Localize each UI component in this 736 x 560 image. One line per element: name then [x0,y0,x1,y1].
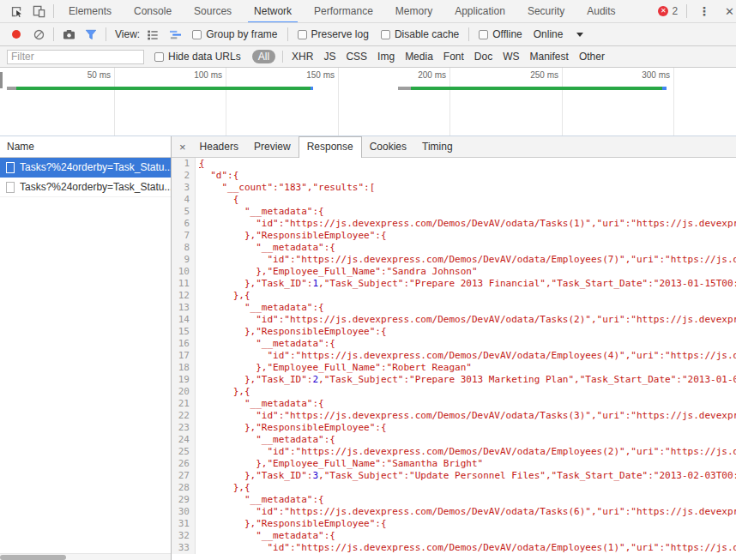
name-column-header[interactable]: Name [0,136,171,158]
code-line: 6 "id":"https://js.devexpress.com/Demos/… [172,218,736,230]
tab-application[interactable]: Application [443,0,516,23]
request-name: Tasks?%24orderby=Task_Statu... [20,181,171,193]
line-number: 9 [172,254,196,266]
tab-performance[interactable]: Performance [303,0,384,23]
preserve-log-checkbox[interactable]: Preserve log [298,28,369,40]
line-number: 24 [172,434,196,446]
tab-sources[interactable]: Sources [183,0,243,23]
line-content: },"Task_ID":3,"Task_Subject":"Update Per… [196,470,736,482]
network-overview[interactable]: 50 ms100 ms150 ms200 ms250 ms300 ms [0,68,736,136]
response-body[interactable]: 1{2 "d":{3 "__count":"183","results":[4 … [172,158,736,560]
request-detail-panel: × HeadersPreviewResponseCookiesTiming 1{… [172,136,736,560]
line-number: 4 [172,194,196,206]
detail-tab-cookies[interactable]: Cookies [362,136,414,158]
line-content: "id":"https://js.devexpress.com/Demos/De… [196,350,736,362]
line-number: 33 [172,542,196,554]
toolbar-divider [53,4,54,18]
filter-type-img[interactable]: Img [372,51,400,63]
json-number: 2 [312,374,318,385]
code-line: 29 "__metadata":{ [172,494,736,506]
code-line: 24 "__metadata":{ [172,434,736,446]
line-content: },"Employee_Full_Name":"Robert Reagan" [196,362,472,374]
code-line: 15 },"ResponsibleEmployee":{ [172,326,736,338]
detail-tab-response[interactable]: Response [299,136,362,158]
overview-gridline [226,68,226,135]
line-content: "__metadata":{ [196,302,324,314]
document-icon [6,182,15,193]
filter-type-media[interactable]: Media [400,51,438,63]
overview-request-bar[interactable] [7,87,313,90]
filter-type-font[interactable]: Font [438,51,469,63]
line-number: 18 [172,362,196,374]
request-row[interactable]: Tasks?%24orderby=Task_Statu... [0,178,171,197]
line-number: 31 [172,518,196,530]
chevron-down-icon[interactable] [576,33,583,37]
devtools-close-button[interactable]: ✕ [718,5,736,18]
code-line: 11 },"Task_ID":1,"Task_Subject":"Prepare… [172,278,736,290]
view-overview-button[interactable] [164,24,186,45]
request-rows: Tasks?%24orderby=Task_Statu...Tasks?%24o… [0,158,171,197]
tab-audits[interactable]: Audits [576,0,626,23]
devtools-menu-button[interactable]: ⋮ [691,4,718,18]
group-by-frame-checkbox[interactable]: Group by frame [192,28,277,40]
capture-screenshots-button[interactable] [57,24,80,45]
detail-tab-strip: HeadersPreviewResponseCookiesTiming [192,136,461,158]
throttling-select[interactable]: Online [534,28,564,40]
filter-type-js[interactable]: JS [318,51,341,63]
code-line: 30 "id":"https://js.devexpress.com/Demos… [172,506,736,518]
disable-cache-checkbox[interactable]: Disable cache [381,28,459,40]
view-list-button[interactable] [142,24,164,45]
device-toolbar-button[interactable] [27,1,50,21]
toolbar-divider [106,27,106,41]
line-number: 6 [172,218,196,230]
detail-tab-headers[interactable]: Headers [192,136,246,158]
close-detail-icon[interactable]: × [173,141,192,154]
offline-checkbox[interactable]: Offline [479,28,522,40]
line-number: 32 [172,530,196,542]
detail-tab-timing[interactable]: Timing [414,136,461,158]
filter-input[interactable] [7,50,144,64]
clear-button[interactable] [27,24,50,45]
filter-type-ws[interactable]: WS [498,51,524,63]
filter-type-manifest[interactable]: Manifest [525,51,574,63]
code-line: 21 "__metadata":{ [172,398,736,410]
detail-tab-preview[interactable]: Preview [246,136,299,158]
clear-icon [33,29,45,40]
checkbox-icon [192,30,202,39]
tab-console[interactable]: Console [123,0,183,23]
resource-type-filters: AllXHRJSCSSImgMediaFontDocWSManifestOthe… [252,50,610,63]
horizontal-scrollbar[interactable] [0,553,171,560]
overview-bar-segment [16,87,311,90]
line-content: "__metadata":{ [196,206,324,218]
request-list-panel: Name Tasks?%24orderby=Task_Statu...Tasks… [0,136,172,560]
error-count: 2 [672,5,678,17]
filter-type-doc[interactable]: Doc [469,51,498,63]
request-name: Tasks?%24orderby=Task_Statu... [20,161,171,173]
checkbox-icon [154,52,164,62]
filter-type-css[interactable]: CSS [341,51,372,63]
line-content: "id":"https://js.devexpress.com/Demos/De… [196,410,736,422]
network-main: Name Tasks?%24orderby=Task_Statu...Tasks… [0,136,736,560]
tab-memory[interactable]: Memory [384,0,443,23]
record-button[interactable] [5,24,27,45]
filter-toggle-button[interactable] [80,24,102,45]
tab-security[interactable]: Security [516,0,576,23]
checkbox-icon [381,30,390,39]
record-icon [11,29,21,39]
filter-type-xhr[interactable]: XHR [287,51,318,63]
tab-network[interactable]: Network [243,0,303,23]
code-line: 5 "__metadata":{ [172,206,736,218]
filter-type-other[interactable]: Other [574,51,610,63]
disable-cache-label: Disable cache [395,28,459,40]
inspect-element-button[interactable] [5,1,27,21]
filter-type-all[interactable]: All [252,50,275,63]
overview-resize-handle[interactable] [0,72,3,88]
tab-elements[interactable]: Elements [57,0,123,23]
hide-data-urls-checkbox[interactable]: Hide data URLs [154,51,241,63]
line-number: 28 [172,482,196,494]
console-errors-badge[interactable]: ✕ 2 [658,5,678,17]
overview-request-bar[interactable] [398,87,667,90]
line-number: 7 [172,230,196,242]
request-row[interactable]: Tasks?%24orderby=Task_Statu... [0,158,171,178]
scrollbar-thumb[interactable] [0,555,66,560]
